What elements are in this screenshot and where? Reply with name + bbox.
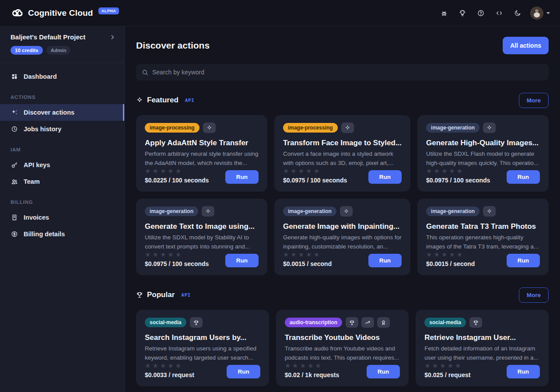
code-button[interactable]: [492, 6, 507, 21]
search-input[interactable]: [152, 69, 543, 76]
trophy-icon: [349, 320, 355, 326]
card-description: Utilize the SDXL Flash model to generate…: [426, 150, 540, 168]
alpha-badge: ALPHA: [98, 7, 119, 14]
action-card[interactable]: image-generation Generate Text to Image …: [136, 199, 267, 275]
price-label: $0.0975 / 100 seconds: [145, 260, 209, 267]
role-badge: Admin: [46, 46, 71, 55]
bug-button[interactable]: [437, 6, 452, 21]
help-button[interactable]: [473, 6, 488, 21]
badge-chips: [203, 122, 216, 133]
sparkle-icon: [486, 209, 492, 214]
action-card[interactable]: audio-transcription Transcribe Youtube V…: [276, 310, 409, 386]
action-card[interactable]: image-generation Generate Tatra T3 Tram …: [417, 199, 549, 275]
nav-section-label: IAM: [0, 137, 124, 157]
card-footer: ★★★★★ $0.0015 / second Run: [426, 251, 540, 267]
topbar-icon-group: [437, 6, 525, 21]
tag-row: image-generation: [283, 206, 402, 217]
sparkle-icon: [343, 209, 349, 214]
page-title: Discover actions: [136, 37, 210, 51]
run-button[interactable]: Run: [368, 254, 402, 267]
sidebar-item-invoices[interactable]: Invoices: [0, 209, 124, 226]
card-footer: ★★★★★ $0.0975 / 100 seconds Run: [426, 168, 540, 184]
sidebar-item-label: Dashboard: [24, 73, 57, 80]
sidebar-item-api-keys[interactable]: API keys: [0, 157, 124, 173]
card-description: Generate high-quality images with option…: [283, 233, 402, 251]
action-card[interactable]: social-media Retrieve Instagram User... …: [416, 310, 549, 386]
cognitive-cloud-logo-icon: [10, 7, 24, 20]
card-description: This operation generates high-quality im…: [426, 233, 540, 251]
key-icon: [10, 161, 18, 168]
moon-button[interactable]: [510, 6, 525, 21]
sparkle-badge: [340, 206, 353, 217]
sidebar-item-billing-details[interactable]: Billing details: [0, 226, 124, 242]
run-button[interactable]: Run: [507, 170, 540, 184]
project-badges: 10 credits Admin: [10, 46, 116, 55]
lightbulb-button[interactable]: [455, 6, 470, 21]
sidebar-item-label: API keys: [24, 161, 50, 168]
sidebar-item-dashboard[interactable]: Dashboard: [0, 68, 124, 85]
card-title: Retrieve Instagram User...: [424, 333, 540, 342]
action-sections: Featured API More image-processing Apply…: [136, 92, 549, 386]
sidebar-item-discover-actions[interactable]: Discover actions: [0, 104, 124, 121]
bug-icon: [441, 10, 448, 17]
sidebar-item-team[interactable]: Team: [0, 173, 124, 190]
sidebar-item-label: Invoices: [24, 214, 49, 221]
category-tag: audio-transcription: [285, 318, 342, 327]
brand: Cognitive Cloud ALPHA: [10, 7, 119, 20]
price-label: $0.0015 / second: [426, 260, 475, 267]
nav-section-label: ACTIONS: [0, 85, 124, 104]
run-button[interactable]: Run: [225, 254, 259, 267]
tag-row: image-generation: [426, 206, 540, 217]
action-card[interactable]: image-processing Transform Face Image to…: [274, 115, 410, 192]
user-menu[interactable]: [530, 7, 550, 20]
dashboard-icon: [10, 73, 18, 80]
project-switcher[interactable]: Baljeet's Default Project: [10, 33, 116, 41]
run-button[interactable]: Run: [368, 170, 402, 184]
more-button[interactable]: More: [519, 93, 549, 108]
run-button[interactable]: Run: [507, 365, 540, 378]
card-description: Utilize the SDXL model by Stability AI t…: [145, 233, 259, 251]
run-button[interactable]: Run: [225, 170, 259, 184]
card-footer: ★★★★★ $0.025 / request Run: [424, 362, 540, 378]
star-rating: ★★★★★: [426, 168, 490, 174]
trending-icon: [365, 320, 371, 326]
search-bar[interactable]: [136, 64, 549, 80]
price-label: $0.02 / 1k requests: [285, 371, 340, 378]
price-label: $0.025 / request: [424, 371, 470, 378]
section-header: Popular API More: [136, 287, 549, 303]
star-rating: ★★★★★: [283, 168, 347, 174]
section-header: Featured API More: [136, 92, 549, 108]
badge-chips: [469, 317, 482, 328]
trophy-icon: [136, 291, 143, 298]
medal-icon: [381, 320, 386, 326]
run-button[interactable]: Run: [367, 365, 400, 378]
main-content: Discover actions All actions Featured AP…: [125, 26, 560, 392]
avatar[interactable]: [530, 7, 543, 20]
action-card[interactable]: social-media Search Instagram Users by..…: [136, 310, 269, 386]
more-button[interactable]: More: [519, 287, 549, 303]
sparkle-icon: [206, 125, 212, 131]
api-label: API: [181, 292, 190, 298]
category-tag: image-generation: [283, 206, 336, 216]
action-card[interactable]: image-generation Generate High-Quality I…: [417, 115, 549, 192]
sidebar-item-label: Discover actions: [24, 109, 74, 116]
sidebar-item-jobs-history[interactable]: Jobs history: [0, 121, 124, 137]
sparkle-badge: [483, 122, 496, 133]
action-card[interactable]: image-generation Generate Image with Inp…: [274, 199, 410, 275]
category-tag: social-media: [145, 318, 186, 327]
main-header: Discover actions All actions: [136, 37, 549, 54]
category-tag: image-processing: [145, 123, 200, 133]
action-card[interactable]: image-processing Apply AdaAttN Style Tra…: [136, 115, 267, 192]
price-label: $0.0015 / second: [283, 260, 332, 267]
sidebar: Baljeet's Default Project 10 credits Adm…: [0, 26, 125, 392]
all-actions-button[interactable]: All actions: [503, 37, 549, 54]
card-title: Generate Image with Inpainting...: [283, 222, 402, 231]
card-description: Convert a face image into a styled artwo…: [283, 150, 402, 168]
trophy-badge: [469, 317, 482, 328]
run-button[interactable]: Run: [227, 365, 260, 378]
section-title: Featured: [147, 96, 178, 105]
badge-chips: [202, 206, 214, 217]
run-button[interactable]: Run: [507, 254, 540, 267]
sparkle-icon: [345, 125, 350, 131]
trophy-icon: [193, 320, 199, 326]
